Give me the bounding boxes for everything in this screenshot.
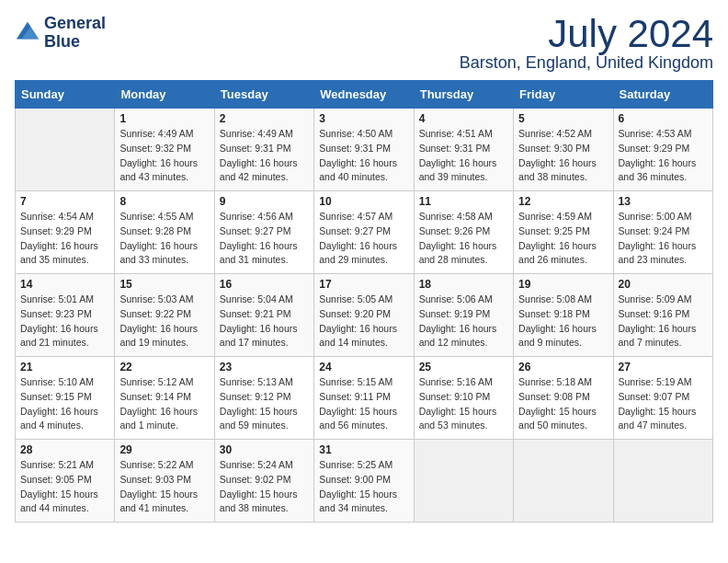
location-title: Barston, England, United Kingdom: [460, 53, 713, 73]
day-number: 11: [419, 195, 508, 208]
day-number: 26: [518, 361, 608, 373]
calendar-cell: 5Sunrise: 4:52 AM Sunset: 9:30 PM Daylig…: [514, 109, 613, 191]
calendar-cell: 4Sunrise: 4:51 AM Sunset: 9:31 PM Daylig…: [414, 109, 513, 191]
calendar-cell: 25Sunrise: 5:16 AM Sunset: 9:10 PM Dayli…: [414, 357, 513, 440]
day-number: 6: [619, 112, 708, 125]
day-info: Sunrise: 4:55 AM Sunset: 9:28 PM Dayligh…: [119, 210, 209, 268]
week-row-2: 7Sunrise: 4:54 AM Sunset: 9:29 PM Daylig…: [16, 191, 713, 274]
calendar-cell: 6Sunrise: 4:53 AM Sunset: 9:29 PM Daylig…: [613, 109, 712, 191]
calendar-cell: 26Sunrise: 5:18 AM Sunset: 9:08 PM Dayli…: [514, 357, 613, 440]
calendar-cell: 12Sunrise: 4:59 AM Sunset: 9:25 PM Dayli…: [514, 191, 613, 274]
logo-line2: Blue: [44, 33, 106, 52]
week-row-1: 1Sunrise: 4:49 AM Sunset: 9:32 PM Daylig…: [16, 109, 713, 191]
day-info: Sunrise: 5:24 AM Sunset: 9:02 PM Dayligh…: [220, 458, 309, 516]
calendar-cell: 3Sunrise: 4:50 AM Sunset: 9:31 PM Daylig…: [314, 109, 414, 191]
calendar-cell: 22Sunrise: 5:12 AM Sunset: 9:14 PM Dayli…: [115, 357, 214, 440]
day-info: Sunrise: 4:52 AM Sunset: 9:30 PM Dayligh…: [518, 127, 608, 185]
day-number: 15: [119, 278, 209, 291]
day-number: 30: [220, 443, 309, 456]
title-section: July 2024 Barston, England, United Kingd…: [460, 15, 713, 73]
day-info: Sunrise: 5:12 AM Sunset: 9:14 PM Dayligh…: [119, 375, 209, 433]
calendar-cell: 1Sunrise: 4:49 AM Sunset: 9:32 PM Daylig…: [115, 109, 214, 191]
day-info: Sunrise: 4:57 AM Sunset: 9:27 PM Dayligh…: [319, 210, 408, 268]
day-number: 23: [220, 361, 309, 373]
day-info: Sunrise: 5:21 AM Sunset: 9:05 PM Dayligh…: [20, 458, 109, 516]
weekday-header-row: SundayMondayTuesdayWednesdayThursdayFrid…: [16, 81, 713, 109]
day-info: Sunrise: 4:51 AM Sunset: 9:31 PM Dayligh…: [419, 127, 508, 185]
logo-icon: [15, 20, 40, 46]
calendar-cell: 9Sunrise: 4:56 AM Sunset: 9:27 PM Daylig…: [214, 191, 313, 274]
day-info: Sunrise: 4:56 AM Sunset: 9:27 PM Dayligh…: [220, 210, 309, 268]
day-info: Sunrise: 4:49 AM Sunset: 9:32 PM Dayligh…: [119, 127, 209, 185]
weekday-header-sunday: Sunday: [16, 81, 115, 109]
calendar-cell: 23Sunrise: 5:13 AM Sunset: 9:12 PM Dayli…: [214, 357, 313, 440]
calendar-cell: 19Sunrise: 5:08 AM Sunset: 9:18 PM Dayli…: [514, 274, 613, 357]
day-number: 2: [220, 112, 309, 125]
day-info: Sunrise: 4:53 AM Sunset: 9:29 PM Dayligh…: [619, 127, 708, 185]
day-info: Sunrise: 4:54 AM Sunset: 9:29 PM Dayligh…: [20, 210, 109, 268]
weekday-header-wednesday: Wednesday: [314, 81, 414, 109]
day-number: 12: [518, 195, 608, 208]
calendar-cell: 28Sunrise: 5:21 AM Sunset: 9:05 PM Dayli…: [16, 440, 115, 523]
calendar-cell: 16Sunrise: 5:04 AM Sunset: 9:21 PM Dayli…: [214, 274, 313, 357]
day-number: 9: [220, 195, 309, 208]
calendar-cell: 8Sunrise: 4:55 AM Sunset: 9:28 PM Daylig…: [115, 191, 214, 274]
day-info: Sunrise: 5:00 AM Sunset: 9:24 PM Dayligh…: [619, 210, 708, 268]
day-info: Sunrise: 5:05 AM Sunset: 9:20 PM Dayligh…: [319, 293, 408, 350]
day-info: Sunrise: 5:15 AM Sunset: 9:11 PM Dayligh…: [319, 375, 408, 433]
calendar-cell: 7Sunrise: 4:54 AM Sunset: 9:29 PM Daylig…: [16, 191, 115, 274]
day-number: 8: [119, 195, 209, 208]
day-info: Sunrise: 4:59 AM Sunset: 9:25 PM Dayligh…: [518, 210, 608, 268]
calendar-cell: 20Sunrise: 5:09 AM Sunset: 9:16 PM Dayli…: [613, 274, 712, 357]
logo: General Blue: [15, 15, 106, 52]
calendar-cell: 10Sunrise: 4:57 AM Sunset: 9:27 PM Dayli…: [314, 191, 414, 274]
day-info: Sunrise: 5:22 AM Sunset: 9:03 PM Dayligh…: [119, 458, 209, 516]
day-number: 14: [20, 278, 109, 291]
calendar-cell: [514, 440, 613, 523]
day-info: Sunrise: 5:01 AM Sunset: 9:23 PM Dayligh…: [20, 293, 109, 350]
calendar-cell: 13Sunrise: 5:00 AM Sunset: 9:24 PM Dayli…: [613, 191, 712, 274]
weekday-header-monday: Monday: [115, 81, 214, 109]
calendar-cell: 30Sunrise: 5:24 AM Sunset: 9:02 PM Dayli…: [214, 440, 313, 523]
logo-line1: General: [44, 15, 106, 33]
day-info: Sunrise: 5:03 AM Sunset: 9:22 PM Dayligh…: [119, 293, 209, 350]
day-info: Sunrise: 5:25 AM Sunset: 9:00 PM Dayligh…: [319, 458, 408, 516]
day-number: 18: [419, 278, 508, 291]
day-number: 22: [119, 361, 209, 373]
day-info: Sunrise: 4:50 AM Sunset: 9:31 PM Dayligh…: [319, 127, 408, 185]
calendar-cell: 11Sunrise: 4:58 AM Sunset: 9:26 PM Dayli…: [414, 191, 513, 274]
day-info: Sunrise: 5:09 AM Sunset: 9:16 PM Dayligh…: [619, 293, 708, 350]
day-info: Sunrise: 5:10 AM Sunset: 9:15 PM Dayligh…: [20, 375, 109, 433]
day-info: Sunrise: 5:19 AM Sunset: 9:07 PM Dayligh…: [619, 375, 708, 433]
calendar-cell: 18Sunrise: 5:06 AM Sunset: 9:19 PM Dayli…: [414, 274, 513, 357]
calendar-cell: 14Sunrise: 5:01 AM Sunset: 9:23 PM Dayli…: [16, 274, 115, 357]
calendar-cell: 21Sunrise: 5:10 AM Sunset: 9:15 PM Dayli…: [16, 357, 115, 440]
day-number: 27: [619, 361, 708, 373]
day-info: Sunrise: 5:13 AM Sunset: 9:12 PM Dayligh…: [220, 375, 309, 433]
day-number: 19: [518, 278, 608, 291]
weekday-header-thursday: Thursday: [414, 81, 513, 109]
day-number: 5: [518, 112, 608, 125]
day-info: Sunrise: 5:16 AM Sunset: 9:10 PM Dayligh…: [419, 375, 508, 433]
weekday-header-saturday: Saturday: [613, 81, 712, 109]
day-info: Sunrise: 4:58 AM Sunset: 9:26 PM Dayligh…: [419, 210, 508, 268]
day-number: 31: [319, 443, 408, 456]
day-number: 29: [119, 443, 209, 456]
day-info: Sunrise: 5:06 AM Sunset: 9:19 PM Dayligh…: [419, 293, 508, 350]
day-number: 24: [319, 361, 408, 373]
day-number: 20: [619, 278, 708, 291]
day-number: 13: [619, 195, 708, 208]
day-info: Sunrise: 5:04 AM Sunset: 9:21 PM Dayligh…: [220, 293, 309, 350]
day-number: 1: [119, 112, 209, 125]
calendar-cell: 17Sunrise: 5:05 AM Sunset: 9:20 PM Dayli…: [314, 274, 414, 357]
week-row-3: 14Sunrise: 5:01 AM Sunset: 9:23 PM Dayli…: [16, 274, 713, 357]
day-number: 7: [20, 195, 109, 208]
calendar-cell: [613, 440, 712, 523]
day-info: Sunrise: 5:18 AM Sunset: 9:08 PM Dayligh…: [518, 375, 608, 433]
day-number: 16: [220, 278, 309, 291]
day-number: 4: [419, 112, 508, 125]
day-number: 10: [319, 195, 408, 208]
weekday-header-tuesday: Tuesday: [214, 81, 313, 109]
calendar-cell: 2Sunrise: 4:49 AM Sunset: 9:31 PM Daylig…: [214, 109, 313, 191]
calendar-cell: 29Sunrise: 5:22 AM Sunset: 9:03 PM Dayli…: [115, 440, 214, 523]
